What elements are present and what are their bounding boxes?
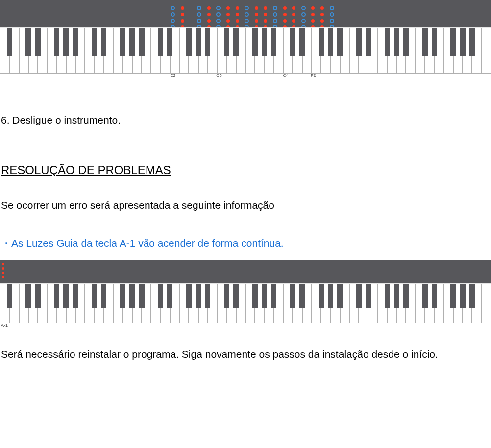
- error-intro-text: Se ocorrer um erro será apresentada a se…: [1, 199, 487, 212]
- white-key: [425, 284, 434, 323]
- white-key: [330, 28, 340, 74]
- white-key: [321, 28, 330, 74]
- white-key: [340, 284, 349, 323]
- white-key: [264, 28, 273, 74]
- white-key: [47, 28, 56, 74]
- a-1-label: A-1: [1, 323, 491, 328]
- note-label: C4: [283, 73, 289, 78]
- white-key: [142, 28, 151, 74]
- white-key: [312, 284, 321, 323]
- white-key: [226, 284, 236, 323]
- white-key: [66, 28, 75, 74]
- white-key: [198, 284, 208, 323]
- white-key: [142, 284, 151, 323]
- white-key: [482, 28, 491, 74]
- white-key: [208, 28, 217, 74]
- white-key: [38, 28, 47, 74]
- white-key: [264, 284, 273, 323]
- white-key: [255, 28, 264, 74]
- white-key: [378, 284, 387, 323]
- white-key: [85, 28, 94, 74]
- keyboard-1: [0, 27, 491, 73]
- white-key: [170, 284, 179, 323]
- led-topbar: [0, 0, 491, 27]
- white-key: [349, 284, 359, 323]
- white-key: [85, 284, 94, 323]
- white-key: [359, 284, 368, 323]
- a-1-error-leds: [2, 261, 4, 280]
- white-key: [472, 284, 481, 323]
- white-key: [189, 284, 198, 323]
- white-key: [66, 284, 75, 323]
- white-key: [340, 28, 349, 74]
- white-key: [19, 28, 28, 74]
- white-key: [113, 28, 123, 74]
- white-key: [198, 28, 208, 74]
- white-key: [75, 28, 85, 74]
- white-key: [104, 284, 113, 323]
- white-key: [396, 284, 406, 323]
- white-key: [0, 28, 9, 74]
- led-grid: [171, 1, 337, 27]
- white-key: [132, 28, 142, 74]
- white-key: [113, 284, 123, 323]
- white-key: [189, 28, 198, 74]
- white-key: [151, 28, 160, 74]
- white-key: [255, 284, 264, 323]
- note-label: E2: [170, 73, 175, 78]
- white-key: [283, 284, 293, 323]
- white-key: [293, 28, 302, 74]
- keyboard-2: [0, 283, 491, 323]
- step-6: 6. Desligue o instrumento.: [1, 114, 487, 126]
- white-key: [28, 284, 38, 323]
- error-led-topbar: [0, 260, 491, 283]
- white-key: [246, 28, 255, 74]
- white-key: [28, 28, 38, 74]
- white-key: [123, 28, 132, 74]
- reinstall-text: Será necessário reinstalar o programa. S…: [1, 348, 487, 361]
- white-key: [236, 284, 246, 323]
- white-key: [75, 284, 85, 323]
- white-key: [57, 28, 66, 74]
- white-key: [349, 28, 359, 74]
- white-key: [283, 28, 293, 74]
- white-key: [132, 284, 142, 323]
- white-key: [482, 284, 491, 323]
- white-key: [57, 284, 66, 323]
- white-key: [453, 28, 463, 74]
- white-key: [425, 28, 434, 74]
- keyboard-panel-2: A-1: [0, 260, 491, 328]
- white-key: [0, 284, 9, 323]
- white-key: [9, 28, 19, 74]
- white-key: [330, 284, 340, 323]
- white-key: [396, 28, 406, 74]
- white-key: [443, 284, 453, 323]
- white-key: [416, 284, 425, 323]
- white-key: [179, 28, 189, 74]
- white-key: [368, 28, 377, 74]
- white-key: [170, 28, 179, 74]
- white-key: [434, 28, 443, 74]
- white-key: [9, 284, 19, 323]
- white-key: [472, 28, 481, 74]
- white-key: [463, 284, 472, 323]
- white-key: [368, 284, 377, 323]
- white-key: [274, 284, 283, 323]
- white-key: [123, 284, 132, 323]
- white-key: [312, 28, 321, 74]
- white-key: [321, 284, 330, 323]
- white-key: [38, 284, 47, 323]
- white-key: [246, 284, 255, 323]
- white-key: [378, 28, 387, 74]
- white-key: [387, 28, 396, 74]
- white-key: [236, 28, 246, 74]
- troubleshooting-heading: RESOLUÇÃO DE PROBLEMAS: [1, 163, 487, 177]
- white-key: [274, 28, 283, 74]
- keyboard-panel-1: E2C3C4F2: [0, 0, 491, 80]
- white-key: [387, 284, 396, 323]
- white-key: [453, 284, 463, 323]
- white-key: [416, 28, 425, 74]
- white-key: [359, 28, 368, 74]
- white-key: [208, 284, 217, 323]
- white-key: [161, 284, 170, 323]
